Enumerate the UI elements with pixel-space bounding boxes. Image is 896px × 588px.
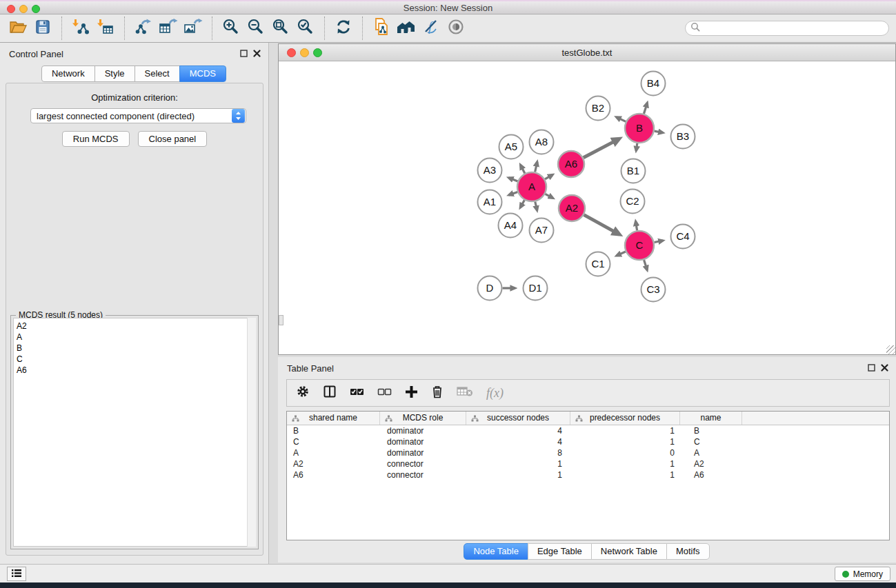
tab-network[interactable]: Network bbox=[41, 65, 95, 82]
delete-table-button[interactable] bbox=[457, 386, 473, 400]
tab-edge-table[interactable]: Edge Table bbox=[528, 543, 592, 560]
edge-A-A6[interactable] bbox=[545, 175, 552, 179]
zoom-selected-button[interactable] bbox=[293, 16, 318, 41]
graphics-details-button[interactable]: f bbox=[419, 16, 444, 41]
function-builder-button[interactable]: f(x) bbox=[486, 386, 504, 401]
table-cell[interactable]: B bbox=[680, 425, 742, 436]
zoom-fit-button[interactable] bbox=[268, 16, 293, 41]
network-canvas[interactable]: B4B2BB3A5A8A6B1A3AA1C2A2A4A7C4CC1C3DD1 bbox=[279, 61, 895, 354]
save-session-button[interactable] bbox=[30, 16, 55, 41]
close-panel-button-mcds[interactable]: Close panel bbox=[138, 131, 208, 147]
edge-C-C4[interactable] bbox=[655, 241, 664, 243]
result-list-scrollbar[interactable] bbox=[247, 318, 256, 547]
graph-node-B3[interactable]: B3 bbox=[671, 125, 695, 149]
table-cell[interactable]: 4 bbox=[466, 436, 570, 447]
edge-B-B1[interactable] bbox=[636, 143, 637, 151]
unselect-all-columns-button[interactable] bbox=[377, 387, 392, 399]
graph-node-A4[interactable]: A4 bbox=[499, 214, 523, 238]
table-cell[interactable]: A bbox=[680, 447, 742, 458]
table-cell[interactable]: A6 bbox=[287, 469, 380, 480]
column-header-name[interactable]: name bbox=[680, 412, 742, 425]
edge-A-A3[interactable] bbox=[508, 178, 517, 181]
graph-node-C[interactable]: C bbox=[625, 231, 654, 260]
import-table-button[interactable] bbox=[93, 16, 118, 41]
run-mcds-button[interactable]: Run MCDS bbox=[62, 131, 130, 147]
result-list-item[interactable]: C bbox=[14, 354, 255, 365]
table-cell[interactable]: 1 bbox=[570, 469, 680, 480]
add-column-button[interactable] bbox=[405, 385, 418, 401]
table-cell[interactable]: dominator bbox=[380, 436, 466, 447]
table-row[interactable]: A2connector11A2 bbox=[287, 458, 889, 469]
edge-B-B4[interactable] bbox=[644, 103, 647, 114]
graph-node-A8[interactable]: A8 bbox=[530, 130, 554, 154]
graph-node-B2[interactable]: B2 bbox=[586, 97, 610, 121]
edge-A-A7[interactable] bbox=[535, 201, 537, 210]
graph-node-A6[interactable]: A6 bbox=[558, 151, 584, 177]
birdseye-view-button[interactable] bbox=[444, 16, 468, 41]
graph-node-A2[interactable]: A2 bbox=[559, 195, 585, 221]
table-row[interactable]: Adominator80A bbox=[287, 447, 889, 458]
table-cell[interactable]: 0 bbox=[570, 447, 680, 458]
edge-A-A4[interactable] bbox=[520, 200, 524, 207]
table-cell[interactable]: A2 bbox=[287, 458, 380, 469]
table-cell[interactable]: C bbox=[287, 436, 380, 447]
result-list-item[interactable]: B bbox=[14, 343, 255, 354]
edge-A-A8[interactable] bbox=[535, 162, 537, 172]
table-close-panel-button[interactable] bbox=[880, 363, 889, 372]
graph-node-A1[interactable]: A1 bbox=[478, 190, 502, 214]
tab-style[interactable]: Style bbox=[94, 65, 135, 82]
edge-A-A2[interactable] bbox=[545, 194, 552, 198]
close-panel-button[interactable] bbox=[252, 49, 261, 58]
clone-network-button[interactable] bbox=[369, 16, 394, 41]
table-cell[interactable]: connector bbox=[380, 469, 466, 480]
network-window-titlebar[interactable]: testGlobe.txt bbox=[279, 44, 895, 61]
graph-node-D[interactable]: D bbox=[478, 276, 502, 301]
graph-node-A7[interactable]: A7 bbox=[530, 219, 554, 243]
table-float-panel-button[interactable] bbox=[867, 363, 876, 372]
edge-C-C2[interactable] bbox=[636, 221, 637, 230]
search-field[interactable] bbox=[685, 21, 889, 36]
graph-node-A5[interactable]: A5 bbox=[499, 135, 524, 159]
table-row[interactable]: A6connector11A6 bbox=[287, 469, 889, 480]
select-all-columns-button[interactable] bbox=[350, 387, 364, 399]
tab-network-table[interactable]: Network Table bbox=[591, 543, 667, 560]
table-cell[interactable]: C bbox=[680, 436, 742, 447]
result-list-item[interactable]: A6 bbox=[14, 365, 255, 376]
graph-node-B4[interactable]: B4 bbox=[641, 72, 666, 96]
zoom-out-button[interactable] bbox=[243, 16, 268, 41]
table-cell[interactable]: 1 bbox=[466, 469, 570, 480]
table-cell[interactable]: A6 bbox=[680, 469, 742, 480]
welcome-screen-button[interactable] bbox=[394, 16, 419, 41]
edge-A6-B[interactable] bbox=[584, 139, 619, 157]
graph-node-A3[interactable]: A3 bbox=[478, 159, 502, 183]
graph-node-C1[interactable]: C1 bbox=[586, 252, 610, 276]
window-resize-grip[interactable] bbox=[886, 345, 895, 354]
table-cell[interactable]: A2 bbox=[680, 458, 742, 469]
graph-node-C3[interactable]: C3 bbox=[641, 278, 666, 302]
result-list-item[interactable]: A2 bbox=[14, 321, 255, 332]
edge-C-C1[interactable] bbox=[617, 252, 626, 256]
edge-A-A1[interactable] bbox=[509, 192, 518, 195]
canvas-splitter-handle[interactable] bbox=[279, 315, 283, 325]
table-cell[interactable]: 4 bbox=[466, 425, 570, 436]
graph-node-C2[interactable]: C2 bbox=[621, 190, 645, 214]
table-cell[interactable]: 8 bbox=[466, 447, 570, 458]
column-header-shared-name[interactable]: shared name bbox=[287, 412, 380, 425]
search-input[interactable] bbox=[703, 23, 875, 33]
table-cell[interactable]: connector bbox=[380, 458, 466, 469]
table-cell[interactable]: dominator bbox=[380, 447, 466, 458]
table-cell[interactable]: dominator bbox=[380, 425, 466, 436]
import-network-button[interactable] bbox=[68, 16, 93, 41]
tab-node-table[interactable]: Node Table bbox=[464, 543, 528, 560]
delete-columns-button[interactable] bbox=[431, 385, 444, 401]
edge-A2-C[interactable] bbox=[584, 215, 620, 234]
edge-B-B3[interactable] bbox=[655, 131, 663, 132]
task-history-button[interactable] bbox=[7, 567, 26, 581]
graph-node-B[interactable]: B bbox=[625, 114, 654, 143]
table-row[interactable]: Cdominator41C bbox=[287, 436, 889, 447]
column-header-predecessor-nodes[interactable]: predecessor nodes bbox=[570, 412, 680, 425]
table-cell[interactable]: A bbox=[287, 447, 380, 458]
zoom-in-button[interactable] bbox=[219, 16, 243, 41]
tab-mcds[interactable]: MCDS bbox=[179, 65, 226, 82]
table-cell[interactable]: 1 bbox=[570, 458, 680, 469]
